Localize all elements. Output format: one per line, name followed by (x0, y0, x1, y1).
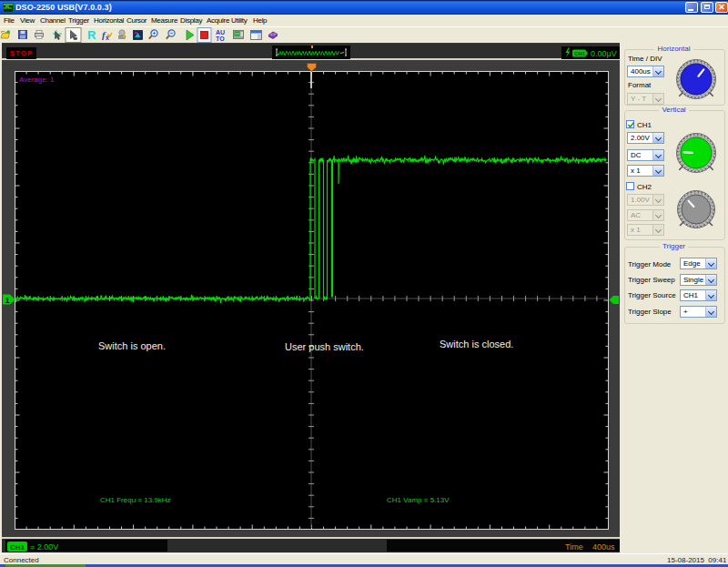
svg-text:R: R (87, 28, 96, 42)
svg-text:CH1 Frequ = 13.9kHz: CH1 Frequ = 13.9kHz (100, 496, 171, 504)
svg-text:0.00µV: 0.00µV (591, 49, 617, 58)
svg-text:x: x (106, 35, 109, 41)
svg-text:Average: 1: Average: 1 (19, 76, 55, 84)
svg-text:= 2.00V: = 2.00V (30, 542, 58, 552)
svg-text:CH1: CH1 (574, 51, 586, 56)
svg-text:Switch is closed.: Switch is closed. (440, 339, 513, 349)
svg-text:Time: Time (565, 542, 583, 552)
svg-text:Switch is open.: Switch is open. (98, 340, 166, 351)
svg-text:User push switch.: User push switch. (285, 341, 364, 352)
svg-text:CH1 Vamp = 5.13V: CH1 Vamp = 5.13V (387, 496, 450, 504)
svg-text:TO: TO (216, 35, 225, 42)
svg-text:1: 1 (5, 296, 10, 305)
svg-text:AU: AU (216, 29, 225, 35)
svg-text:400us: 400us (592, 542, 615, 552)
svg-text:CH1: CH1 (10, 543, 25, 552)
